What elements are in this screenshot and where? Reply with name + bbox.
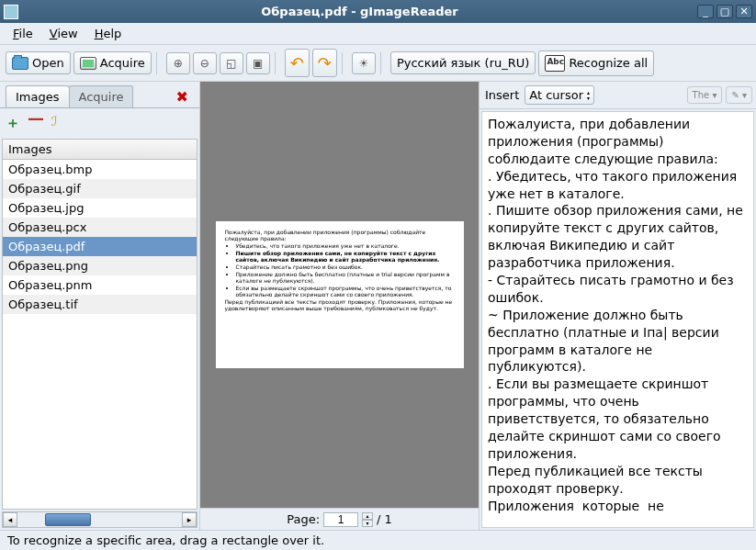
file-list[interactable]: Образец.bmpОбразец.gifОбразец.jpgОбразец… [2,160,197,510]
menu-help-label: elp [103,27,121,40]
hscrollbar[interactable]: ◂ ▸ [2,511,197,528]
insert-mode-value: At cursor [529,88,583,102]
rotate-right-icon: ↷ [318,53,332,73]
menu-file[interactable]: File [6,25,40,42]
page-up-button[interactable]: ▴ [362,512,373,520]
page-down-button[interactable]: ▾ [362,520,373,527]
insert-label: Insert [483,88,521,102]
scroll-left-button[interactable]: ◂ [3,512,17,527]
language-label: Русский язык (ru_RU) [397,56,529,70]
ocr-icon [545,55,565,72]
page-total: / 1 [377,512,392,526]
preview-b3: Старайтесь писать грамотно и без ошибок. [236,264,455,270]
page-spinner[interactable]: ▴ ▾ [362,512,373,527]
file-row[interactable]: Образец.pdf [3,237,197,256]
clear-sources-button[interactable]: ℐ [51,114,58,133]
file-row[interactable]: Образец.gif [3,179,197,198]
combo-down-icon: ▾ [587,95,590,101]
minimize-button[interactable]: _ [697,5,714,18]
insert-mode-combo[interactable]: At cursor ▴▾ [525,85,594,105]
zoom-out-button[interactable]: ⊖ [193,52,217,74]
preview-outro: Перед публикацией все тексты проходят пр… [225,298,455,311]
recognize-all-button[interactable]: Recognize all [538,51,654,76]
rotate-left-button[interactable]: ↶ [285,49,310,77]
zoom-fit-button[interactable]: ◱ [220,52,243,74]
source-tabs: Images Acquire ✖ [0,82,199,107]
app-icon [4,5,18,19]
brightness-icon: ☀ [357,57,370,70]
remove-source-button[interactable]: — [28,114,44,133]
document-canvas[interactable]: Пожалуйста, при добавлении приложения (п… [200,82,479,508]
output-panel: Insert At cursor ▴▾ The ▾ ✎ ▾ Пожалуиста… [479,82,756,530]
file-row[interactable]: Образец.pnm [3,275,197,295]
page-label: Page: [287,512,320,526]
document-page: Пожалуйста, при добавлении приложения (п… [216,221,464,368]
tab-acquire[interactable]: Acquire [69,85,134,107]
window-title: Образец.pdf - gImageReader [25,5,694,18]
folder-icon [12,57,28,70]
separator [342,52,347,74]
file-row[interactable]: Образец.bmp [3,160,197,179]
separator [156,52,162,74]
sources-toolbar: ＋ — ℐ [0,107,199,139]
menu-view[interactable]: View [42,25,85,42]
rotate-left-icon: ↶ [290,53,304,73]
output-settings-button[interactable]: ✎ ▾ [726,86,752,104]
recognize-all-label: Recognize all [569,56,648,70]
zoom-out-icon: ⊖ [198,57,211,70]
titlebar: Образец.pdf - gImageReader _ ▢ ✕ [0,0,756,23]
tab-images[interactable]: Images [6,85,70,107]
preview-b2: Пишите обзор приложения сами, не копируй… [236,250,455,263]
zoom-in-icon: ⊕ [172,57,185,70]
sources-panel: Images Acquire ✖ ＋ — ℐ Images Образец.bm… [0,82,200,530]
open-label: Open [32,56,64,70]
file-list-header: Images [2,139,197,160]
separator [275,52,280,74]
maximize-button[interactable]: ▢ [717,5,733,18]
close-panel-button[interactable]: ✖ [171,88,194,106]
file-row[interactable]: Образец.tif [3,295,197,314]
brightness-button[interactable]: ☀ [352,52,376,74]
document-view: Пожалуйста, при добавлении приложения (п… [200,82,479,530]
menu-help[interactable]: Help [87,25,130,42]
file-row[interactable]: Образец.png [3,256,197,275]
main-toolbar: Open Acquire ⊕ ⊖ ◱ ▣ ↶ ↷ ☀ Русский язык … [0,45,756,82]
rotate-right-button[interactable]: ↷ [312,49,337,77]
acquire-button[interactable]: Acquire [73,51,152,74]
preview-intro: Пожалуйста, при добавлении приложения (п… [225,229,455,241]
separator [380,52,386,74]
zoom-in-button[interactable]: ⊕ [166,52,190,74]
page-number-input[interactable] [323,512,358,527]
acquire-label: Acquire [100,56,145,70]
status-text: To recognize a specific area, drag a rec… [7,533,324,547]
page-bar: Page: ▴ ▾ / 1 [200,508,479,530]
scroll-right-button[interactable]: ▸ [182,512,197,527]
output-toolbar: Insert At cursor ▴▾ The ▾ ✎ ▾ [480,82,756,109]
menu-file-label: ile [19,27,33,40]
scanner-icon [80,57,96,70]
add-source-button[interactable]: ＋ [6,114,20,133]
scroll-thumb[interactable] [45,513,91,526]
main-area: Images Acquire ✖ ＋ — ℐ Images Образец.bm… [0,82,756,530]
zoom-100-icon: ▣ [252,57,265,70]
preview-b5: Если вы размещаете скриншот программы, ч… [236,285,455,297]
output-textarea[interactable]: Пожалуиста, при добавлении приложения (п… [481,111,754,528]
close-button[interactable]: ✕ [736,5,752,18]
file-row[interactable]: Образец.jpg [3,198,197,218]
open-button[interactable]: Open [6,51,71,74]
menubar: File View Help [0,23,756,45]
menu-view-label: iew [57,27,77,40]
language-button[interactable]: Русский язык (ru_RU) [390,51,536,74]
file-row[interactable]: Образец.pcx [3,218,197,237]
preview-b1: Убедитесь, что такого приложения уже нет… [236,242,455,249]
the-button[interactable]: The ▾ [687,86,723,104]
zoom-orig-button[interactable]: ▣ [246,52,270,74]
zoom-fit-icon: ◱ [225,57,238,70]
statusbar: To recognize a specific area, drag a rec… [0,530,756,550]
preview-b4: Приложение должно быть бесплатно (платны… [236,271,455,284]
